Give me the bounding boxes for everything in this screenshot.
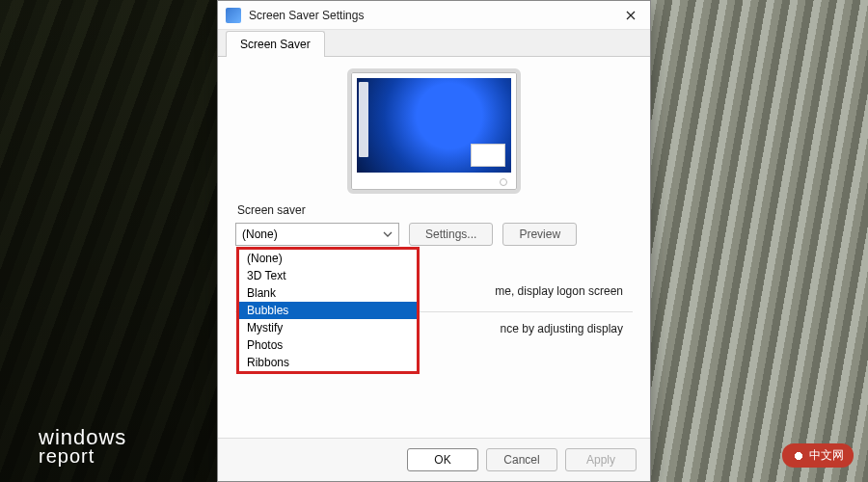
screensaver-combobox[interactable]: (None) (None) 3D Text Blank Bubbles Myst… <box>235 223 399 246</box>
close-icon <box>626 11 636 20</box>
screen-saver-settings-window: Screen Saver Settings Screen Saver Scree… <box>217 0 651 482</box>
option-3d-text[interactable]: 3D Text <box>239 267 417 284</box>
close-button[interactable] <box>611 1 650 30</box>
chevron-down-icon <box>383 228 393 242</box>
screensaver-dropdown-list: (None) 3D Text Blank Bubbles Mystify Pho… <box>236 247 420 374</box>
titlebar: Screen Saver Settings <box>218 1 650 30</box>
option-bubbles[interactable]: Bubbles <box>239 302 417 319</box>
option-ribbons[interactable]: Ribbons <box>239 354 417 371</box>
group-label-screen-saver: Screen saver <box>237 203 633 217</box>
watermark-line2: report <box>39 447 126 465</box>
window-title: Screen Saver Settings <box>249 9 611 22</box>
preview-monitor-button <box>500 178 507 186</box>
screensaver-row: (None) (None) 3D Text Blank Bubbles Myst… <box>235 223 633 246</box>
option-blank[interactable]: Blank <box>239 284 417 302</box>
preview-monitor <box>347 68 521 194</box>
preview-monitor-wrap <box>235 68 633 194</box>
dialog-content: Screen saver (None) (None) 3D Text Blank… <box>218 57 650 438</box>
tab-screen-saver[interactable]: Screen Saver <box>226 31 325 57</box>
ok-button[interactable]: OK <box>407 448 478 471</box>
preview-monitor-screen <box>357 78 511 173</box>
cancel-button[interactable]: Cancel <box>486 448 557 471</box>
watermark-badge: 中文网 <box>782 443 854 468</box>
option-mystify[interactable]: Mystify <box>239 319 417 336</box>
combobox-value: (None) <box>242 228 278 241</box>
watermark-badge-text: 中文网 <box>809 447 844 464</box>
apply-button[interactable]: Apply <box>565 448 637 471</box>
window-icon <box>226 8 241 23</box>
tabstrip: Screen Saver <box>218 30 650 57</box>
settings-button[interactable]: Settings... <box>409 223 493 246</box>
dialog-button-row: OK Cancel Apply <box>218 438 650 481</box>
preview-button[interactable]: Preview <box>502 223 577 246</box>
watermark-windows-report: windows report <box>39 428 126 465</box>
option-photos[interactable]: Photos <box>239 336 417 354</box>
option-none[interactable]: (None) <box>239 250 417 267</box>
